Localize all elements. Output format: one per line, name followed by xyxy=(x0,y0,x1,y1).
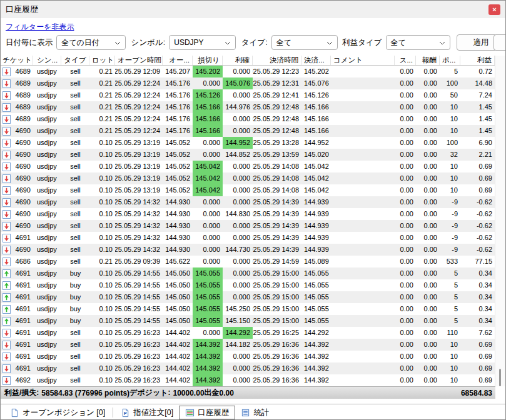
column-header-open_price[interactable]: オー... xyxy=(163,56,193,65)
cell-symbol: usdjpy xyxy=(33,149,61,161)
cell-tp: 144.730 xyxy=(223,244,253,256)
cell-sl: 145.166 xyxy=(193,113,223,125)
cell-fee: 0.00 xyxy=(416,339,440,351)
table-row[interactable]: 4689usdjpysell0.212025.05.29 12:24145.17… xyxy=(1,113,495,125)
cell-points: -9 xyxy=(440,232,460,244)
table-row[interactable]: 4690usdjpysell0.102025.05.29 13:19145.05… xyxy=(1,172,495,184)
type-filter-select[interactable]: 全て xyxy=(271,35,338,50)
table-row[interactable]: 4691usdjpysell0.102025.05.29 16:23144.40… xyxy=(1,362,495,374)
table-row[interactable]: 4690usdjpysell0.102025.05.29 13:19145.05… xyxy=(1,137,495,149)
cell-close_price: 145.042 xyxy=(301,161,331,172)
table-row[interactable]: 4691usdjpybuy0.102025.05.29 14:55145.050… xyxy=(1,291,495,303)
column-header-swap[interactable]: ス... xyxy=(395,56,416,65)
symbol-filter-select[interactable]: USDJPY xyxy=(169,35,236,50)
cell-close_time: 2025.05.29 14:39 xyxy=(253,196,301,208)
cell-ticket: 4690 xyxy=(1,208,33,220)
vertical-scrollbar[interactable] xyxy=(495,56,505,386)
clipped-edge-button[interactable] xyxy=(493,34,506,51)
cell-open_price: 145.050 xyxy=(163,279,193,291)
cell-swap: 0.00 xyxy=(395,208,416,220)
cell-close_price: 145.202 xyxy=(301,66,331,78)
profit-type-filter-select[interactable]: 全て xyxy=(386,35,451,50)
cell-ticket: 4686 xyxy=(1,256,33,268)
column-header-close_price[interactable]: 決済... xyxy=(301,56,331,65)
cell-swap: 0.00 xyxy=(395,303,416,315)
cell-fee: 0.00 xyxy=(416,303,440,315)
column-header-profit[interactable]: 利益 xyxy=(460,56,495,65)
table-row[interactable]: 4689usdjpysell0.212025.05.29 12:09145.20… xyxy=(1,66,495,78)
table-row[interactable]: 4686usdjpysell0.212025.05.29 09:39145.62… xyxy=(1,256,495,268)
sell-icon xyxy=(3,139,11,148)
tab-label: 指値注文[0] xyxy=(133,408,173,418)
sell-icon xyxy=(3,364,11,373)
column-header-type[interactable]: タイプ xyxy=(61,56,89,65)
cell-sl: 145.166 xyxy=(193,101,223,113)
table-row[interactable]: 4691usdjpysell0.102025.05.29 16:23144.40… xyxy=(1,327,495,339)
cell-sl: 145.055 xyxy=(193,291,223,303)
column-header-comment[interactable]: コメント xyxy=(331,56,395,65)
cell-close_time: 2025.05.29 14:08 xyxy=(253,184,301,196)
table-row[interactable]: 4690usdjpysell0.102025.05.29 13:19145.05… xyxy=(1,184,495,196)
cell-points: 10 xyxy=(440,101,460,113)
filter-toggle-link[interactable]: フィルターを非表示 xyxy=(6,22,74,31)
cell-tp: 144.976 xyxy=(223,101,253,113)
table-row[interactable]: 4691usdjpybuy0.102025.05.29 14:55145.050… xyxy=(1,268,495,279)
cell-swap: 0.00 xyxy=(395,268,416,279)
table-row[interactable]: 4690usdjpysell0.212025.05.29 12:24145.17… xyxy=(1,125,495,137)
column-header-lot[interactable]: ロット xyxy=(89,56,115,65)
cell-close_time: 2025.05.29 14:39 xyxy=(253,232,301,244)
table-row[interactable]: 4690usdjpysell0.102025.05.29 14:32144.93… xyxy=(1,208,495,220)
cell-symbol: usdjpy xyxy=(33,268,61,279)
cell-open_time: 2025.05.29 12:24 xyxy=(115,89,163,101)
table-row[interactable]: 4690usdjpysell0.102025.05.29 14:32144.93… xyxy=(1,244,495,256)
table-row[interactable]: 4690usdjpysell0.102025.05.29 13:19145.05… xyxy=(1,161,495,172)
cell-profit: -0.62 xyxy=(460,232,495,244)
cell-comment xyxy=(331,89,395,101)
cell-swap: 0.00 xyxy=(395,256,416,268)
column-header-close_time[interactable]: 決済時間 xyxy=(253,56,301,65)
table-row[interactable]: 4691usdjpybuy0.102025.05.29 14:55145.050… xyxy=(1,303,495,315)
cell-open_price: 144.402 xyxy=(163,351,193,362)
table-row[interactable]: 4690usdjpysell0.102025.05.29 14:32144.93… xyxy=(1,196,495,208)
tab-statistics[interactable]: 統計 xyxy=(235,406,275,419)
table-row[interactable]: 4690usdjpysell0.102025.05.29 13:19145.05… xyxy=(1,149,495,161)
cell-symbol: usdjpy xyxy=(33,161,61,172)
date-filter-select[interactable]: 全ての日付 xyxy=(56,35,125,50)
column-header-open_time[interactable]: オープン時間 xyxy=(115,56,163,65)
type-filter-label: タイプ: xyxy=(241,38,268,48)
tab-open-positions[interactable]: オープンポジション [0] xyxy=(4,406,111,419)
table-row[interactable]: 4691usdjpysell0.102025.05.29 14:32144.93… xyxy=(1,232,495,244)
column-header-fee[interactable]: 報酬 xyxy=(416,56,440,65)
cell-type: sell xyxy=(61,232,89,244)
column-header-tp[interactable]: 利確 xyxy=(223,56,253,65)
cell-comment xyxy=(331,244,395,256)
scrollbar-thumb[interactable] xyxy=(499,369,501,386)
table-row[interactable]: 4692usdjpysell0.102025.05.29 16:23144.40… xyxy=(1,374,495,386)
table-row[interactable]: 4691usdjpysell0.102025.05.29 16:23144.40… xyxy=(1,339,495,351)
cell-open_price: 145.176 xyxy=(163,101,193,113)
cell-symbol: usdjpy xyxy=(33,339,61,351)
filter-bar: 日付毎に表示 全ての日付 シンボル: USDJPY タイプ: 全て 利益タイプ … xyxy=(1,32,505,53)
table-row[interactable]: 4689usdjpysell0.212025.05.29 12:24145.17… xyxy=(1,101,495,113)
table-row[interactable]: 4691usdjpybuy0.102025.05.29 14:55145.050… xyxy=(1,279,495,291)
column-header-points[interactable]: ポ... xyxy=(440,56,460,65)
cell-swap: 0.00 xyxy=(395,184,416,196)
cell-type: sell xyxy=(61,244,89,256)
cell-swap: 0.00 xyxy=(395,362,416,374)
cell-close_time: 2025.05.29 13:59 xyxy=(253,149,301,161)
buy-icon xyxy=(3,317,11,326)
column-header-ticket[interactable]: チケット xyxy=(1,56,33,65)
column-header-sl[interactable]: 損切り xyxy=(193,56,223,65)
profit-loss-label: 利益/損失: xyxy=(4,388,39,398)
close-button[interactable]: × xyxy=(488,4,500,15)
table-row[interactable]: 4691usdjpybuy0.102025.05.29 14:55145.050… xyxy=(1,315,495,327)
cell-comment xyxy=(331,268,395,279)
table-row[interactable]: 4689usdjpysell0.212025.05.29 12:24145.17… xyxy=(1,89,495,101)
table-row[interactable]: 4689usdjpysell0.212025.05.29 12:24145.17… xyxy=(1,78,495,89)
table-row[interactable]: 4690usdjpysell0.102025.05.29 14:32144.93… xyxy=(1,220,495,232)
column-header-symbol[interactable]: シン... xyxy=(33,56,61,65)
cell-open_time: 2025.05.29 14:32 xyxy=(115,196,163,208)
table-row[interactable]: 4691usdjpysell0.102025.05.29 16:23144.40… xyxy=(1,351,495,362)
tab-account-history[interactable]: 口座履歴 xyxy=(179,406,235,419)
tab-pending-orders[interactable]: P指値注文[0] xyxy=(115,406,179,419)
